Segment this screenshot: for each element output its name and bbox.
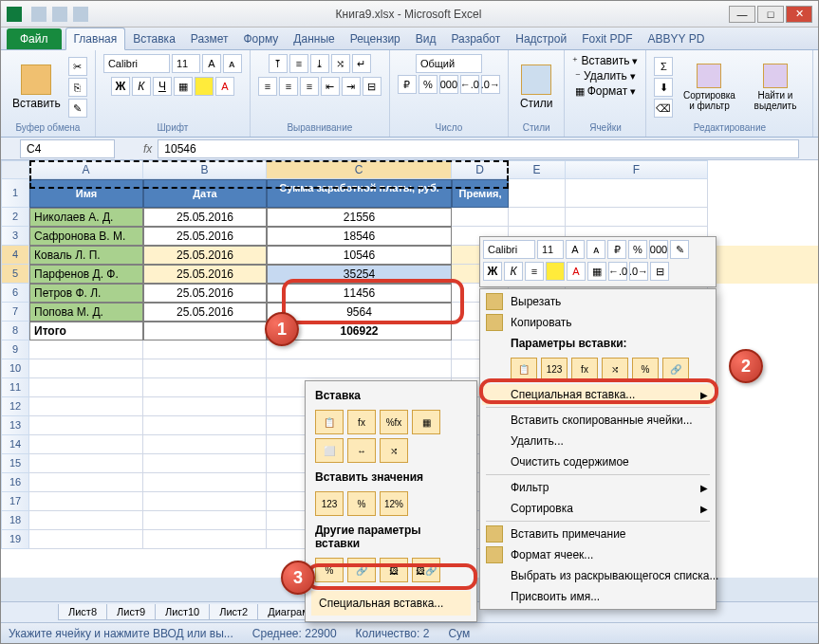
cell-name[interactable]: Коваль Л. П. xyxy=(29,246,143,265)
font-color-icon[interactable]: A xyxy=(215,77,234,96)
ctx-copy[interactable]: Копировать xyxy=(482,312,714,333)
row-header-2[interactable]: 2 xyxy=(1,208,29,227)
mini-grow-font-icon[interactable]: A xyxy=(566,240,585,259)
increase-decimal-icon[interactable]: ←.0 xyxy=(460,75,479,94)
ctx-define-name[interactable]: Присвоить имя... xyxy=(482,586,714,607)
mini-font-combo[interactable]: Calibri xyxy=(483,240,535,259)
maximize-button[interactable]: □ xyxy=(757,6,784,23)
currency-icon[interactable]: ₽ xyxy=(398,75,417,94)
minimize-button[interactable]: — xyxy=(729,6,755,23)
mini-percent-icon[interactable]: % xyxy=(628,240,647,259)
bold-button[interactable]: Ж xyxy=(111,77,130,96)
align-top-icon[interactable]: ⤒ xyxy=(269,54,288,73)
tab-foxit[interactable]: Foxit PDF xyxy=(574,28,640,49)
tab-review[interactable]: Рецензир xyxy=(343,28,408,49)
fill-icon[interactable]: ⬇ xyxy=(654,78,673,97)
cell-name[interactable]: Попова М. Д. xyxy=(29,303,143,322)
mini-border-icon[interactable]: ▦ xyxy=(587,262,606,281)
orientation-icon[interactable]: ⤭ xyxy=(331,54,350,73)
row-header-8[interactable]: 8 xyxy=(1,322,29,340)
mini-size-combo[interactable]: 11 xyxy=(537,240,564,259)
cell-sum[interactable]: 10546 xyxy=(267,246,452,265)
mini-comma-icon[interactable]: 000 xyxy=(649,240,668,259)
header-name[interactable]: Имя xyxy=(29,179,143,208)
ctx-clear[interactable]: Очистить содержимое xyxy=(482,451,714,472)
submenu-paste-special[interactable]: Специальная вставка... xyxy=(311,591,471,616)
undo-icon[interactable] xyxy=(52,7,67,22)
ctx-delete[interactable]: Удалить... xyxy=(482,431,714,451)
clear-icon[interactable]: ⌫ xyxy=(654,99,673,118)
paste-all-icon[interactable]: 📋 xyxy=(511,358,537,380)
row-header-1[interactable]: 1 xyxy=(1,179,29,208)
border-icon[interactable]: ▦ xyxy=(174,77,193,96)
cells-delete-button[interactable]: ⁻ Удалить ▾ xyxy=(575,69,636,83)
sub-paste-valnum-icon[interactable]: 12% xyxy=(380,491,408,516)
cell-e1[interactable] xyxy=(509,179,566,208)
sub-paste-fx-icon[interactable]: fx xyxy=(347,410,376,434)
copy-icon[interactable]: ⎘ xyxy=(68,78,87,97)
save-icon[interactable] xyxy=(31,7,47,22)
sub-paste-link-icon[interactable]: 🔗 xyxy=(347,558,376,582)
close-button[interactable]: ✕ xyxy=(786,6,812,23)
col-header-a[interactable]: A xyxy=(29,160,143,179)
ctx-dropdown[interactable]: Выбрать из раскрывающегося списка... xyxy=(482,565,714,586)
decrease-indent-icon[interactable]: ⇤ xyxy=(321,77,340,96)
row-header-6[interactable]: 6 xyxy=(1,284,29,303)
wrap-text-icon[interactable]: ↵ xyxy=(352,54,371,73)
styles-button[interactable]: Стили xyxy=(516,63,557,112)
format-painter-icon[interactable]: ✎ xyxy=(68,99,87,118)
sub-paste-fxfmt-icon[interactable]: %fx xyxy=(380,410,408,434)
cell-date[interactable]: 25.05.2016 xyxy=(143,246,267,265)
ctx-cut[interactable]: Вырезать xyxy=(482,291,714,312)
cell-date[interactable]: 25.05.2016 xyxy=(143,227,267,246)
paste-link-icon[interactable]: 🔗 xyxy=(662,358,689,380)
cell-date[interactable]: 25.05.2016 xyxy=(143,284,267,303)
cut-icon[interactable]: ✂ xyxy=(68,57,87,76)
tab-view[interactable]: Вид xyxy=(408,28,444,49)
sub-paste-noborder-icon[interactable]: ⬜ xyxy=(315,438,344,463)
ctx-paste-special[interactable]: Специальная вставка...▶ xyxy=(482,384,714,405)
paste-format-icon[interactable]: % xyxy=(632,358,659,380)
cell-f1[interactable] xyxy=(566,179,708,208)
cell-sum[interactable]: 18546 xyxy=(267,227,452,246)
decrease-decimal-icon[interactable]: .0→ xyxy=(481,75,500,94)
mini-dec-decimal-icon[interactable]: .0→ xyxy=(629,262,648,281)
name-box[interactable]: C4 xyxy=(20,139,115,158)
mini-align-center-icon[interactable]: ≡ xyxy=(525,262,544,281)
sub-paste-all-icon[interactable]: 📋 xyxy=(315,410,344,434)
font-name-combo[interactable]: Calibri xyxy=(103,54,170,73)
ctx-insert-copied[interactable]: Вставить скопированные ячейки... xyxy=(482,410,714,431)
mini-italic-button[interactable]: К xyxy=(504,262,523,281)
italic-button[interactable]: К xyxy=(132,77,151,96)
tab-abbyy[interactable]: ABBYY PD xyxy=(641,28,713,49)
percent-icon[interactable]: % xyxy=(419,75,437,94)
header-sum[interactable]: Сумма заработной платы, руб. xyxy=(267,179,452,208)
paste-transpose-icon[interactable]: ⤭ xyxy=(602,358,628,380)
align-bottom-icon[interactable]: ⤓ xyxy=(310,54,329,73)
header-date[interactable]: Дата xyxy=(143,179,267,208)
align-middle-icon[interactable]: ≡ xyxy=(289,54,308,73)
mini-merge-icon[interactable]: ⊟ xyxy=(650,262,669,281)
mini-bold-button[interactable]: Ж xyxy=(483,262,502,281)
fill-color-icon[interactable] xyxy=(195,77,214,96)
mini-shrink-font-icon[interactable]: ᴀ xyxy=(586,240,605,259)
ctx-sort[interactable]: Сортировка▶ xyxy=(482,498,714,519)
sub-paste-transpose-icon[interactable]: ⤭ xyxy=(380,438,408,463)
font-size-combo[interactable]: 11 xyxy=(172,54,200,73)
fx-icon[interactable]: fx xyxy=(143,142,152,156)
col-header-b[interactable]: B xyxy=(143,160,267,179)
autosum-icon[interactable]: Σ xyxy=(654,57,673,76)
sub-paste-values-icon[interactable]: 123 xyxy=(315,491,344,516)
sheet-tab[interactable]: Лист10 xyxy=(155,604,210,620)
tab-data[interactable]: Данные xyxy=(286,28,342,49)
cells-insert-button[interactable]: ⁺ Вставить ▾ xyxy=(572,54,638,67)
cell-name[interactable]: Петров Ф. Л. xyxy=(29,284,143,303)
tab-layout[interactable]: Размет xyxy=(183,28,236,49)
col-header-e[interactable]: E xyxy=(509,160,566,179)
sub-paste-fmt-icon[interactable]: % xyxy=(315,558,344,582)
sheet-tab[interactable]: Лист9 xyxy=(106,604,156,620)
tab-addins[interactable]: Надстрой xyxy=(508,28,574,49)
cell-date[interactable]: 25.05.2016 xyxy=(143,303,267,322)
cell-sum[interactable]: 11456 xyxy=(267,284,452,303)
tab-home[interactable]: Главная xyxy=(65,28,126,50)
